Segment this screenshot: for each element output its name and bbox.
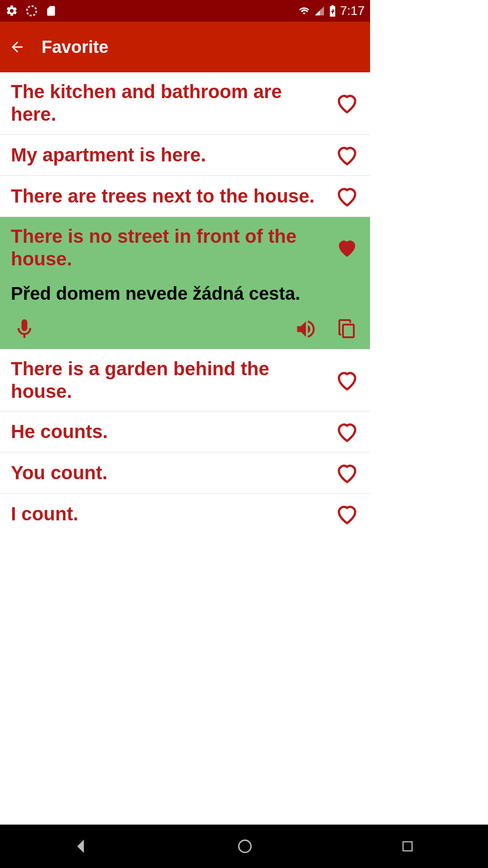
status-bar: 7:17 xyxy=(0,0,370,22)
phrase-text: My apartment is here. xyxy=(11,144,328,166)
spinner-icon xyxy=(25,5,38,17)
item-actions xyxy=(11,313,359,343)
heart-outline-icon[interactable] xyxy=(335,461,359,485)
svg-point-0 xyxy=(27,6,37,16)
list-item-expanded[interactable]: There is no street in front of the house… xyxy=(0,217,370,349)
sdcard-icon xyxy=(45,5,57,17)
cell-signal-icon xyxy=(314,5,325,16)
heart-outline-icon[interactable] xyxy=(335,184,359,208)
phrase-text: The kitchen and bathroom are here. xyxy=(11,80,328,126)
heart-outline-icon[interactable] xyxy=(335,143,359,167)
list-item[interactable]: There are trees next to the house. xyxy=(0,176,370,217)
status-left-icons xyxy=(5,5,57,17)
speaker-icon[interactable] xyxy=(294,317,318,341)
heart-outline-icon[interactable] xyxy=(335,91,359,115)
svg-rect-1 xyxy=(343,325,354,337)
heart-outline-icon[interactable] xyxy=(335,368,359,392)
phrase-text: He counts. xyxy=(11,420,328,443)
list-item[interactable]: There is a garden behind the house. xyxy=(0,349,370,412)
list-item[interactable]: He counts. xyxy=(0,411,370,453)
heart-outline-icon[interactable] xyxy=(335,502,359,526)
heart-outline-icon[interactable] xyxy=(335,420,359,444)
phrase-text: I count. xyxy=(11,503,328,525)
copy-icon[interactable] xyxy=(336,317,357,341)
battery-charging-icon xyxy=(328,5,337,17)
page-title: Favorite xyxy=(42,38,108,57)
microphone-icon[interactable] xyxy=(13,317,36,341)
translation-text: Před domem nevede žádná cesta. xyxy=(11,283,359,304)
list-item[interactable]: The kitchen and bathroom are here. xyxy=(0,72,370,135)
app-bar: Favorite xyxy=(0,22,370,72)
heart-filled-icon[interactable] xyxy=(335,236,359,260)
status-time: 7:17 xyxy=(340,4,365,18)
back-button[interactable] xyxy=(9,39,25,55)
phrase-text: You count. xyxy=(11,462,328,484)
phrase-text: There are trees next to the house. xyxy=(11,185,328,208)
list-item[interactable]: My apartment is here. xyxy=(0,135,370,176)
phrase-text: There is no street in front of the house… xyxy=(11,225,328,271)
wifi-icon xyxy=(298,5,310,16)
favorites-list: The kitchen and bathroom are here. My ap… xyxy=(0,72,370,534)
status-right: 7:17 xyxy=(298,4,365,18)
gear-icon xyxy=(5,5,18,17)
list-item[interactable]: I count. xyxy=(0,494,370,534)
list-item[interactable]: You count. xyxy=(0,453,370,494)
phrase-text: There is a garden behind the house. xyxy=(11,358,328,403)
